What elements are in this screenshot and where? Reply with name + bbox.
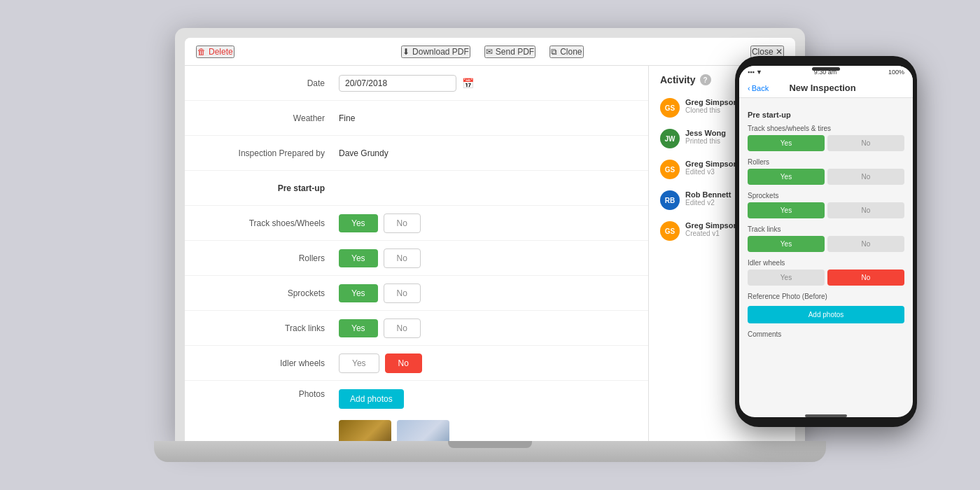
date-input[interactable] xyxy=(339,75,456,92)
phone-no-1[interactable]: No xyxy=(827,169,904,185)
delete-button[interactable]: 🗑 Delete xyxy=(196,46,234,58)
phone-toggle-0: Yes No xyxy=(748,135,904,151)
download-pdf-button[interactable]: ⬇ Download PDF xyxy=(401,46,470,58)
phone-label-2: Sprockets xyxy=(748,192,904,200)
phone-no-4[interactable]: No xyxy=(827,270,904,286)
chevron-left-icon: ‹ xyxy=(748,84,750,92)
avatar-3: RB xyxy=(660,190,680,210)
rollers-yes-button[interactable]: Yes xyxy=(339,249,378,267)
phone-screen: ▪▪▪ ▼ 9:30 am 100% ‹ Back New Inspection… xyxy=(739,66,913,417)
phone-back-label: Back xyxy=(752,84,769,92)
avatar-4: GS xyxy=(660,221,680,241)
avatar-0: GS xyxy=(660,98,680,118)
toolbar-left: 🗑 Delete xyxy=(196,46,234,58)
rollers-no-button[interactable]: No xyxy=(384,248,421,268)
phone-yes-1[interactable]: Yes xyxy=(748,169,825,185)
phone-toggle-4: Yes No xyxy=(748,270,904,286)
photo-thumb-1 xyxy=(339,420,391,441)
phone-pre-startup: Pre start-up xyxy=(748,111,904,119)
sprockets-no-button[interactable]: No xyxy=(384,284,421,303)
phone-yes-3[interactable]: Yes xyxy=(748,236,825,252)
trash-icon: 🗑 xyxy=(197,47,206,57)
phone-label-3: Track links xyxy=(748,225,904,233)
activity-help-icon[interactable]: ? xyxy=(700,74,711,85)
weather-field: Fine xyxy=(339,113,648,123)
idler-wheels-field: Yes No xyxy=(339,354,648,373)
download-pdf-label: Download PDF xyxy=(412,47,469,57)
clone-button[interactable]: ⧉ Clone xyxy=(550,46,583,58)
phone-label-4: Idler wheels xyxy=(748,259,904,267)
inspection-value: Dave Grundy xyxy=(339,148,388,158)
form-area: Date 📅 Weather Fine xyxy=(185,66,648,441)
send-pdf-label: Send PDF xyxy=(496,47,534,57)
phone-device: ▪▪▪ ▼ 9:30 am 100% ‹ Back New Inspection… xyxy=(735,56,917,427)
pre-startup-row: Pre start-up xyxy=(185,171,648,206)
phone-ref-photo-label: Reference Photo (Before) xyxy=(748,293,904,300)
phone-no-3[interactable]: No xyxy=(827,236,904,252)
phone-signal: ▪▪▪ ▼ xyxy=(748,69,762,76)
date-field: 📅 xyxy=(339,75,648,92)
phone-add-photos-button[interactable]: Add photos xyxy=(748,306,904,323)
track-shoes-row: Track shoes/Wheels Yes No xyxy=(185,206,648,241)
phone-body: ▪▪▪ ▼ 9:30 am 100% ‹ Back New Inspection… xyxy=(735,56,917,427)
sprockets-field: Yes No xyxy=(339,284,648,303)
phone-nav: ‹ Back New Inspection xyxy=(739,78,913,98)
clone-icon: ⧉ xyxy=(551,47,557,57)
laptop-screen: 🗑 Delete ⬇ Download PDF ✉ Send PDF ⧉ xyxy=(185,38,795,441)
sprockets-yes-button[interactable]: Yes xyxy=(339,284,378,302)
avatar-initials-4: GS xyxy=(665,227,675,235)
phone-toggle-3: Yes No xyxy=(748,236,904,252)
rollers-label: Rollers xyxy=(185,253,339,263)
phone-yes-0[interactable]: Yes xyxy=(748,135,825,151)
phone-back-button[interactable]: ‹ Back xyxy=(748,84,769,92)
phone-reference-photo: Reference Photo (Before) Add photos xyxy=(748,293,904,323)
idler-wheels-no-button[interactable]: No xyxy=(385,354,422,373)
track-links-yes-button[interactable]: Yes xyxy=(339,319,378,337)
avatar-2: GS xyxy=(660,160,680,179)
weather-value: Fine xyxy=(339,113,355,123)
close-icon: ✕ xyxy=(776,47,783,57)
track-shoes-yes-button[interactable]: Yes xyxy=(339,214,378,232)
activity-title-text: Activity xyxy=(660,74,696,85)
track-links-row: Track links Yes No xyxy=(185,311,648,346)
send-icon: ✉ xyxy=(486,47,493,57)
weather-row: Weather Fine xyxy=(185,101,648,136)
date-row: Date 📅 xyxy=(185,66,648,101)
calendar-icon[interactable]: 📅 xyxy=(462,78,474,89)
track-links-field: Yes No xyxy=(339,318,648,338)
track-shoes-no-button[interactable]: No xyxy=(384,214,421,233)
weather-label: Weather xyxy=(185,113,339,123)
phone-field-3: Track links Yes No xyxy=(748,225,904,252)
laptop-notch xyxy=(448,441,532,448)
laptop-body: 🗑 Delete ⬇ Download PDF ✉ Send PDF ⧉ xyxy=(175,28,805,441)
photos-thumbnails xyxy=(339,420,449,441)
photos-label: Photos xyxy=(185,389,339,399)
track-links-no-button[interactable]: No xyxy=(384,318,421,338)
phone-no-2[interactable]: No xyxy=(827,202,904,218)
idler-wheels-row: Idler wheels Yes No xyxy=(185,346,648,381)
phone-label-1: Rollers xyxy=(748,158,904,166)
idler-wheels-label: Idler wheels xyxy=(185,358,339,368)
phone-no-0[interactable]: No xyxy=(827,135,904,151)
sprockets-row: Sprockets Yes No xyxy=(185,276,648,311)
delete-label: Delete xyxy=(209,47,233,57)
phone-toggle-1: Yes No xyxy=(748,169,904,185)
rollers-row: Rollers Yes No xyxy=(185,241,648,276)
phone-nav-title: New Inspection xyxy=(789,83,855,93)
track-shoes-label: Track shoes/Wheels xyxy=(185,218,339,228)
phone-yes-2[interactable]: Yes xyxy=(748,202,825,218)
phone-label-0: Track shoes/wheels & tires xyxy=(748,125,904,132)
laptop-device: 🗑 Delete ⬇ Download PDF ✉ Send PDF ⧉ xyxy=(175,28,805,462)
close-label: Close xyxy=(752,47,774,57)
send-pdf-button[interactable]: ✉ Send PDF xyxy=(484,46,536,58)
phone-field-1: Rollers Yes No xyxy=(748,158,904,185)
app-toolbar: 🗑 Delete ⬇ Download PDF ✉ Send PDF ⧉ xyxy=(185,38,795,66)
phone-field-2: Sprockets Yes No xyxy=(748,192,904,218)
add-photos-button[interactable]: Add photos xyxy=(339,389,404,409)
idler-wheels-yes-button[interactable]: Yes xyxy=(339,354,379,373)
phone-speaker xyxy=(812,67,840,71)
clone-label: Clone xyxy=(560,47,582,57)
phone-yes-4[interactable]: Yes xyxy=(748,270,825,286)
date-label: Date xyxy=(185,78,339,88)
sprockets-label: Sprockets xyxy=(185,288,339,298)
